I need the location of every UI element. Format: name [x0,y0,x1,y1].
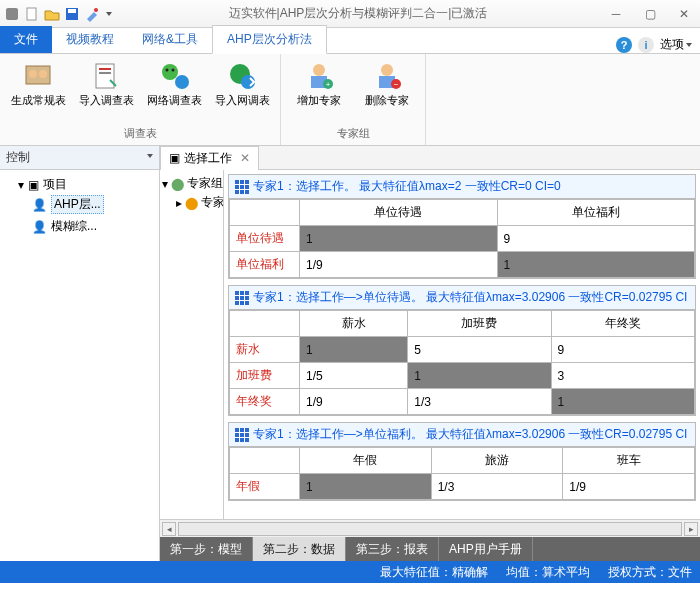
open-icon[interactable] [44,6,60,22]
add-expert-icon: + [303,60,335,92]
btn-net-survey[interactable]: 网络调查表 [144,58,204,124]
matrix-table[interactable]: 薪水加班费年终奖薪水159加班费1/513年终奖1/91/31 [229,310,695,415]
btn-label: 导入网调表 [215,94,270,107]
tools-icon[interactable] [84,6,100,22]
left-pane: 控制 ▾▣项目 👤AHP层... 👤模糊综... [0,146,160,561]
col-header: 单位待遇 [300,200,498,226]
bottom-tab[interactable]: 第一步：模型 [160,537,253,561]
svg-rect-26 [235,291,249,305]
matrix-cell[interactable]: 1 [300,337,408,363]
ribbon-tab-file[interactable]: 文件 [0,26,52,53]
group-title-experts: 专家组 [289,124,417,141]
row-header: 加班费 [230,363,300,389]
col-header: 单位福利 [497,200,695,226]
close-button[interactable]: ✕ [672,5,696,23]
minimize-button[interactable]: ─ [604,5,628,23]
block-header: 专家1：选择工作。 最大特征值λmax=2 一致性CR=0 CI=0 [229,175,695,199]
matrix-cell[interactable]: 1 [300,474,432,500]
matrix-table[interactable]: 单位待遇单位福利单位待遇19单位福利1/91 [229,199,695,278]
maximize-button[interactable]: ▢ [638,5,662,23]
svg-rect-25 [235,180,249,194]
row-header: 单位待遇 [230,226,300,252]
grid-icon [235,428,249,442]
save-icon[interactable] [64,6,80,22]
col-header: 加班费 [408,311,551,337]
row-header: 单位福利 [230,252,300,278]
col-header: 班车 [563,448,695,474]
control-tree[interactable]: ▾▣项目 👤AHP层... 👤模糊综... [0,170,159,561]
doc-tab-label: 选择工作 [184,150,232,167]
btn-del-expert[interactable]: − 删除专家 [357,58,417,124]
left-pane-header: 控制 [0,146,159,170]
bottom-tab[interactable]: AHP用户手册 [439,537,533,561]
tree-item-ahp[interactable]: 👤AHP层... [32,195,155,214]
bottom-tab[interactable]: 第三步：报表 [346,537,439,561]
status-eig: 最大特征值：精确解 [380,564,488,581]
matrix-cell[interactable]: 1 [551,389,694,415]
matrix-cell[interactable]: 1/5 [300,363,408,389]
svg-point-14 [175,75,189,89]
help-icon[interactable]: ? [616,37,632,53]
close-icon[interactable]: ✕ [240,151,250,165]
svg-rect-27 [235,428,249,442]
options-button[interactable]: 选项 [660,36,692,53]
table-row: 单位待遇19 [230,226,695,252]
qat-dropdown[interactable] [104,7,112,21]
matrix-cell[interactable]: 1/3 [431,474,563,500]
info-icon[interactable]: i [638,37,654,53]
table-row: 年终奖1/91/31 [230,389,695,415]
window-title: 迈实软件|AHP层次分析与模糊评判二合一|已激活 [112,5,604,22]
matrix-cell[interactable]: 5 [408,337,551,363]
doc-tree[interactable]: ▾⬤专家组 ▸⬤专家 [160,170,224,519]
doc-content[interactable]: 专家1：选择工作。 最大特征值λmax=2 一致性CR=0 CI=0单位待遇单位… [224,170,700,519]
btn-label: 网络调查表 [147,94,202,107]
matrix-cell[interactable]: 1 [497,252,695,278]
matrix-cell[interactable]: 9 [551,337,694,363]
bottom-tab[interactable]: 第二步：数据 [253,537,346,561]
grid-icon [235,291,249,305]
matrix-cell[interactable]: 1 [408,363,551,389]
matrix-cell[interactable]: 1/9 [563,474,695,500]
svg-rect-9 [99,68,111,70]
svg-point-17 [313,64,325,76]
matrix-table[interactable]: 年假旅游班车年假11/31/9 [229,447,695,500]
ribbon-tab-video[interactable]: 视频教程 [52,26,128,53]
btn-import-survey[interactable]: 导入调查表 [76,58,136,124]
net-survey-icon [158,60,190,92]
matrix-cell[interactable]: 3 [551,363,694,389]
matrix-cell[interactable]: 1/9 [300,389,408,415]
matrix-cell[interactable]: 1 [300,226,498,252]
cube-icon: ▣ [28,178,39,192]
status-bar: 最大特征值：精确解 均值：算术平均 授权方式：文件 [0,561,700,583]
doc-tab[interactable]: ▣ 选择工作 ✕ [160,146,259,170]
tree-item-fuzzy[interactable]: 👤模糊综... [32,218,155,235]
row-header: 年终奖 [230,389,300,415]
new-icon[interactable] [24,6,40,22]
col-header: 年假 [300,448,432,474]
doc-tree-child[interactable]: ▸⬤专家 [162,193,221,212]
svg-rect-0 [6,8,18,20]
ribbon-tab-ahp[interactable]: AHP层次分析法 [212,25,327,54]
matrix-block: 专家1：选择工作—>单位待遇。 最大特征值λmax=3.02906 一致性CR=… [228,285,696,416]
scroll-left-icon[interactable]: ◂ [162,522,176,536]
btn-gen-table[interactable]: 生成常规表 [8,58,68,124]
svg-point-11 [162,64,178,80]
matrix-cell[interactable]: 1/3 [408,389,551,415]
svg-point-4 [94,8,98,12]
ribbon-tab-strip: 文件 视频教程 网络&工具 AHP层次分析法 ? i 选项 [0,28,700,54]
svg-rect-8 [96,64,114,88]
table-row: 年假11/31/9 [230,474,695,500]
scroll-right-icon[interactable]: ▸ [684,522,698,536]
btn-add-expert[interactable]: + 增加专家 [289,58,349,124]
matrix-cell[interactable]: 9 [497,226,695,252]
tree-root-project[interactable]: ▾▣项目 [18,176,155,193]
ribbon-tab-net[interactable]: 网络&工具 [128,26,212,53]
btn-import-net[interactable]: 导入网调表 [212,58,272,124]
scroll-track[interactable] [178,522,682,536]
bottom-tab-strip: 第一步：模型第二步：数据第三步：报表AHP用户手册 [160,537,700,561]
expand-icon[interactable]: ▾ [18,178,24,192]
del-expert-icon: − [371,60,403,92]
matrix-cell[interactable]: 1/9 [300,252,498,278]
doc-tree-root[interactable]: ▾⬤专家组 [162,174,221,193]
hscroll[interactable]: ◂ ▸ [160,519,700,537]
